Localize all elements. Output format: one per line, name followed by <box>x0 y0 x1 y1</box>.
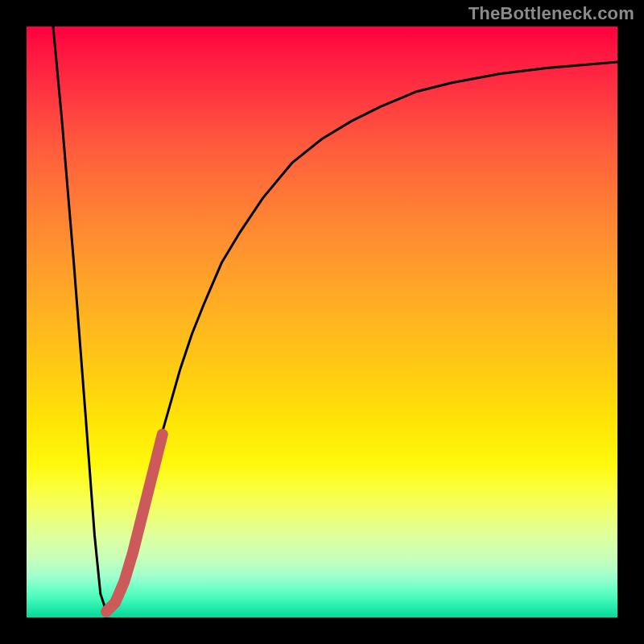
watermark-text: TheBottleneck.com <box>469 3 634 24</box>
chart-frame: TheBottleneck.com <box>0 0 644 644</box>
highlight-segment <box>106 435 163 612</box>
chart-svg <box>27 27 617 617</box>
plot-area <box>27 27 617 617</box>
